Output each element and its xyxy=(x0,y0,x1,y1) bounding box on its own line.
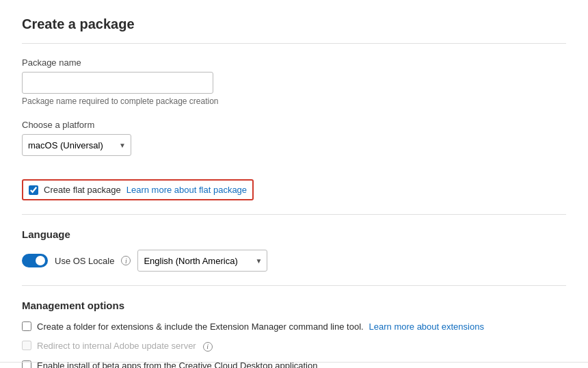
package-name-label: Package name xyxy=(22,57,566,68)
extensions-option-content: Create a folder for extensions & include… xyxy=(37,321,484,332)
flat-package-row: Create flat package Learn more about fla… xyxy=(22,179,254,200)
package-name-helper: Package name required to complete packag… xyxy=(22,96,566,106)
management-section: Management options Create a folder for e… xyxy=(22,300,566,368)
extensions-option-row: Create a folder for extensions & include… xyxy=(22,321,566,332)
extensions-option-text: Create a folder for extensions & include… xyxy=(37,321,364,332)
language-select-wrapper: English (North America) French German Sp… xyxy=(137,250,267,272)
page-container: Create a package Package name Package na… xyxy=(0,0,588,368)
flat-package-link[interactable]: Learn more about flat package xyxy=(126,185,247,195)
update-server-checkbox[interactable] xyxy=(22,341,31,350)
language-select[interactable]: English (North America) French German Sp… xyxy=(137,250,267,272)
management-divider xyxy=(22,285,566,286)
extensions-checkbox[interactable] xyxy=(22,321,31,331)
update-server-option-row: Redirect to internal Adobe update server… xyxy=(22,340,566,352)
package-name-section: Package name Package name required to co… xyxy=(22,57,566,106)
page-title: Create a package xyxy=(22,16,566,32)
package-name-input[interactable] xyxy=(22,72,213,94)
language-section-title: Language xyxy=(22,228,566,240)
platform-label: Choose a platform xyxy=(22,120,566,130)
use-os-locale-toggle[interactable] xyxy=(22,254,48,267)
language-info-icon: i xyxy=(121,256,131,265)
extensions-learn-more-link[interactable]: Learn more about extensions xyxy=(369,321,484,332)
language-section: Language Use OS Locale i English (North … xyxy=(22,228,566,272)
platform-section: Choose a platform macOS (Universal) Wind… xyxy=(22,120,566,156)
title-divider xyxy=(22,43,566,44)
use-os-locale-label: Use OS Locale xyxy=(55,256,114,266)
platform-select-wrapper: macOS (Universal) Windows macOS ▼ xyxy=(22,134,131,156)
update-server-option-content: Redirect to internal Adobe update server… xyxy=(37,340,213,352)
management-section-title: Management options xyxy=(22,300,566,311)
footer: Cancel Previous Create package xyxy=(0,362,588,369)
platform-select[interactable]: macOS (Universal) Windows macOS xyxy=(22,134,131,156)
flat-package-checkbox[interactable] xyxy=(29,185,38,195)
language-divider xyxy=(22,214,566,215)
update-server-info-icon: i xyxy=(203,342,213,352)
language-row: Use OS Locale i English (North America) … xyxy=(22,250,566,272)
flat-package-label: Create flat package xyxy=(44,185,121,195)
update-server-option-text: Redirect to internal Adobe update server xyxy=(37,341,196,351)
